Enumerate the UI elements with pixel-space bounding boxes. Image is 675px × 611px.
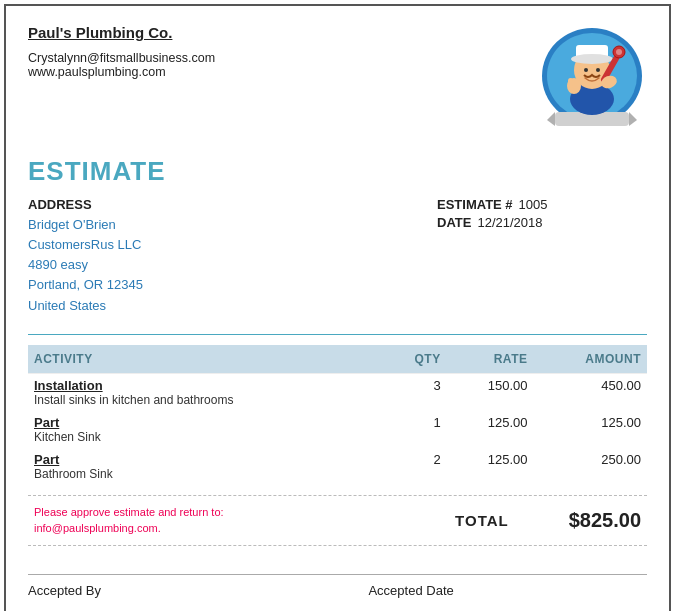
footer-row: Please approve estimate and return to: i… — [28, 495, 647, 546]
amount-cell: 250.00 — [533, 448, 647, 485]
rate-cell: 150.00 — [447, 373, 534, 411]
address-block: ADDRESS Bridget O'Brien CustomersRus LLC… — [28, 197, 143, 316]
logo-area — [537, 24, 647, 134]
accepted-date-label: Accepted Date — [368, 583, 453, 598]
estimate-number-row: ESTIMATE # 1005 — [437, 197, 647, 212]
qty-cell: 1 — [383, 411, 447, 448]
table-row: Installation Install sinks in kitchen an… — [28, 373, 647, 411]
footer-note-line1: Please approve estimate and return to: — [34, 504, 224, 521]
header-activity: ACTIVITY — [28, 345, 383, 374]
activity-sub: Kitchen Sink — [34, 430, 377, 444]
info-row: ADDRESS Bridget O'Brien CustomersRus LLC… — [28, 197, 647, 316]
estimate-title: ESTIMATE — [28, 156, 647, 187]
header-rate: RATE — [447, 345, 534, 374]
rate-cell: 125.00 — [447, 448, 534, 485]
svg-marker-4 — [629, 112, 637, 126]
svg-point-10 — [584, 68, 588, 72]
svg-rect-17 — [568, 78, 573, 88]
estimate-meta: ESTIMATE # 1005 DATE 12/21/2018 — [437, 197, 647, 316]
rate-cell: 125.00 — [447, 411, 534, 448]
invoice-page: Paul's Plumbing Co. Crystalynn@fitsmallb… — [4, 4, 671, 611]
qty-cell: 2 — [383, 448, 447, 485]
logo-svg — [537, 24, 647, 129]
company-info: Paul's Plumbing Co. Crystalynn@fitsmallb… — [28, 24, 215, 79]
activity-sub: Bathroom Sink — [34, 467, 377, 481]
total-value: $825.00 — [569, 509, 641, 532]
activity-main: Installation — [34, 378, 377, 393]
client-address: Bridget O'Brien CustomersRus LLC 4890 ea… — [28, 215, 143, 316]
svg-point-14 — [616, 49, 622, 55]
activity-cell: Installation Install sinks in kitchen an… — [28, 373, 383, 411]
company-contact: Crystalynn@fitsmallbusiness.com www.paul… — [28, 51, 215, 79]
client-company: CustomersRus LLC — [28, 235, 143, 255]
signature-row: Accepted By Accepted Date — [28, 574, 647, 598]
header-amount: AMOUNT — [533, 345, 647, 374]
estimate-date-label: DATE — [437, 215, 471, 230]
client-name: Bridget O'Brien — [28, 215, 143, 235]
activity-cell: Part Kitchen Sink — [28, 411, 383, 448]
activity-cell: Part Bathroom Sink — [28, 448, 383, 485]
estimate-date-row: DATE 12/21/2018 — [437, 215, 647, 230]
accepted-by-label: Accepted By — [28, 583, 101, 598]
estimate-number-label: ESTIMATE # — [437, 197, 513, 212]
footer-note-line2: info@paulsplumbing.com. — [34, 520, 224, 537]
estimate-date-value: 12/21/2018 — [477, 215, 542, 230]
table-header-row: ACTIVITY QTY RATE AMOUNT — [28, 345, 647, 374]
total-area: TOTAL $825.00 — [455, 509, 641, 532]
activity-main: Part — [34, 452, 377, 467]
address-label: ADDRESS — [28, 197, 143, 212]
estimate-number-value: 1005 — [519, 197, 548, 212]
header-qty: QTY — [383, 345, 447, 374]
svg-point-9 — [571, 54, 613, 64]
client-street: 4890 easy — [28, 255, 143, 275]
qty-cell: 3 — [383, 373, 447, 411]
amount-cell: 450.00 — [533, 373, 647, 411]
table-row: Part Kitchen Sink 1 125.00 125.00 — [28, 411, 647, 448]
svg-point-11 — [596, 68, 600, 72]
header: Paul's Plumbing Co. Crystalynn@fitsmallb… — [28, 24, 647, 134]
footer-note: Please approve estimate and return to: i… — [34, 504, 224, 537]
client-city-state: Portland, OR 12345 — [28, 275, 143, 295]
company-email: Crystalynn@fitsmallbusiness.com — [28, 51, 215, 65]
company-name: Paul's Plumbing Co. — [28, 24, 215, 41]
svg-marker-3 — [547, 112, 555, 126]
activity-sub: Install sinks in kitchen and bathrooms — [34, 393, 377, 407]
client-country: United States — [28, 296, 143, 316]
divider — [28, 334, 647, 335]
accepted-date-block: Accepted Date — [368, 583, 647, 598]
company-website: www.paulsplumbing.com — [28, 65, 215, 79]
table-row: Part Bathroom Sink 2 125.00 250.00 — [28, 448, 647, 485]
estimate-table: ACTIVITY QTY RATE AMOUNT Installation In… — [28, 345, 647, 485]
amount-cell: 125.00 — [533, 411, 647, 448]
accepted-by-block: Accepted By — [28, 583, 307, 598]
total-label: TOTAL — [455, 512, 509, 529]
activity-main: Part — [34, 415, 377, 430]
